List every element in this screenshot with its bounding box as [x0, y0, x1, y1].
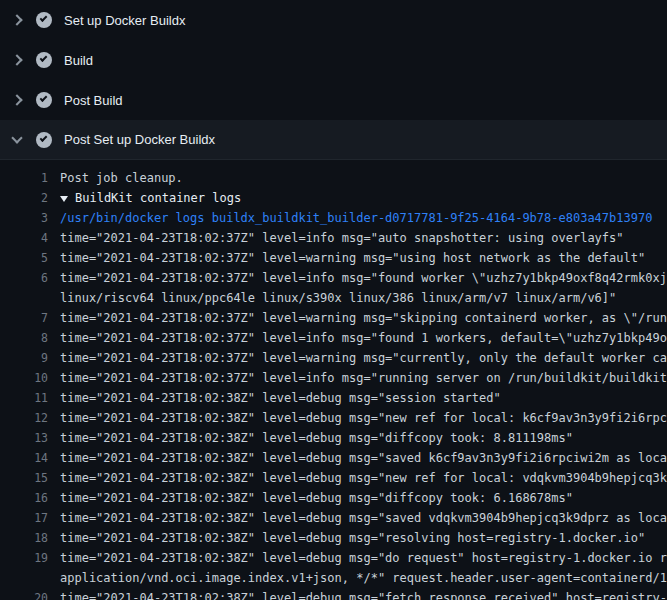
check-mark: [40, 54, 48, 62]
line-number[interactable]: 9: [0, 348, 48, 368]
log-text: time="2021-04-23T18:02:38Z" level=debug …: [60, 428, 573, 448]
line-number[interactable]: 14: [0, 448, 48, 468]
step-title: Set up Docker Buildx: [64, 13, 185, 28]
log-text: time="2021-04-23T18:02:38Z" level=debug …: [60, 528, 645, 548]
step-header-post-set-up-docker-buildx[interactable]: Post Set up Docker Buildx: [0, 120, 667, 160]
triangle-down-icon: [60, 196, 68, 202]
log-line: 14time="2021-04-23T18:02:38Z" level=debu…: [0, 448, 667, 468]
line-number[interactable]: 3: [0, 208, 48, 228]
line-number[interactable]: 15: [0, 468, 48, 488]
log-text: time="2021-04-23T18:02:38Z" level=debug …: [60, 508, 667, 528]
step-title: Build: [64, 53, 93, 68]
log-text: linux/riscv64 linux/ppc64le linux/s390x …: [60, 288, 616, 308]
log-group-text: BuildKit container logs: [60, 188, 241, 208]
log-line: 16time="2021-04-23T18:02:38Z" level=debu…: [0, 488, 667, 508]
line-number: [0, 288, 48, 308]
line-number[interactable]: 12: [0, 408, 48, 428]
log-line: 4time="2021-04-23T18:02:37Z" level=info …: [0, 228, 667, 248]
log-line: 3/usr/bin/docker logs buildx_buildkit_bu…: [0, 208, 667, 228]
steps-list: Set up Docker BuildxBuildPost BuildPost …: [0, 0, 667, 160]
log-text: time="2021-04-23T18:02:37Z" level=info m…: [60, 328, 667, 348]
log-text: Post job cleanup.: [60, 168, 183, 188]
log-text: time="2021-04-23T18:02:38Z" level=debug …: [60, 588, 667, 600]
log-line: 20time="2021-04-23T18:02:38Z" level=debu…: [0, 588, 667, 600]
log-area: 1Post job cleanup.2BuildKit container lo…: [0, 160, 667, 600]
log-text: application/vnd.oci.image.index.v1+json,…: [60, 568, 667, 588]
line-number[interactable]: 7: [0, 308, 48, 328]
log-line: 11time="2021-04-23T18:02:38Z" level=debu…: [0, 388, 667, 408]
log-text: time="2021-04-23T18:02:38Z" level=debug …: [60, 408, 667, 428]
log-text: time="2021-04-23T18:02:37Z" level=warnin…: [60, 348, 667, 368]
log-group-toggle[interactable]: 2BuildKit container logs: [0, 188, 667, 208]
log-group-label: BuildKit container logs: [75, 191, 241, 205]
step-header-build[interactable]: Build: [0, 40, 667, 80]
log-line: 6time="2021-04-23T18:02:37Z" level=info …: [0, 268, 667, 288]
line-number: [0, 568, 48, 588]
line-number[interactable]: 16: [0, 488, 48, 508]
line-number[interactable]: 5: [0, 248, 48, 268]
log-line: 5time="2021-04-23T18:02:37Z" level=warni…: [0, 248, 667, 268]
log-line: application/vnd.oci.image.index.v1+json,…: [0, 568, 667, 588]
log-text: time="2021-04-23T18:02:37Z" level=warnin…: [60, 248, 645, 268]
line-number[interactable]: 20: [0, 588, 48, 600]
success-check-icon: [36, 92, 52, 108]
check-mark: [40, 14, 48, 22]
log-text: time="2021-04-23T18:02:37Z" level=warnin…: [60, 308, 667, 328]
chevron-down-icon: [11, 132, 22, 143]
log-line: 15time="2021-04-23T18:02:38Z" level=debu…: [0, 468, 667, 488]
log-text: time="2021-04-23T18:02:38Z" level=debug …: [60, 488, 573, 508]
line-number[interactable]: 2: [0, 188, 48, 208]
chevron-right-icon: [11, 54, 22, 65]
line-number[interactable]: 1: [0, 168, 48, 188]
log-line: 18time="2021-04-23T18:02:38Z" level=debu…: [0, 528, 667, 548]
success-check-icon: [36, 12, 52, 28]
log-text: time="2021-04-23T18:02:38Z" level=debug …: [60, 448, 667, 468]
log-line: 10time="2021-04-23T18:02:37Z" level=info…: [0, 368, 667, 388]
actions-log-viewer: Set up Docker BuildxBuildPost BuildPost …: [0, 0, 667, 600]
chevron-right-icon: [11, 94, 22, 105]
log-command-text: /usr/bin/docker logs buildx_buildkit_bui…: [60, 208, 652, 228]
log-text: time="2021-04-23T18:02:38Z" level=debug …: [60, 468, 667, 488]
log-line: 9time="2021-04-23T18:02:37Z" level=warni…: [0, 348, 667, 368]
line-number[interactable]: 18: [0, 528, 48, 548]
log-line: 12time="2021-04-23T18:02:38Z" level=debu…: [0, 408, 667, 428]
chevron-right-icon: [11, 14, 22, 25]
check-mark: [40, 134, 48, 142]
step-title: Post Set up Docker Buildx: [64, 132, 215, 147]
log-line: 7time="2021-04-23T18:02:37Z" level=warni…: [0, 308, 667, 328]
log-line: 19time="2021-04-23T18:02:38Z" level=debu…: [0, 548, 667, 568]
step-title: Post Build: [64, 93, 123, 108]
log-line: 8time="2021-04-23T18:02:37Z" level=info …: [0, 328, 667, 348]
line-number[interactable]: 19: [0, 548, 48, 568]
check-mark: [40, 94, 48, 102]
log-text: time="2021-04-23T18:02:38Z" level=debug …: [60, 388, 501, 408]
log-text: time="2021-04-23T18:02:38Z" level=debug …: [60, 548, 667, 568]
log-line: 13time="2021-04-23T18:02:38Z" level=debu…: [0, 428, 667, 448]
line-number[interactable]: 4: [0, 228, 48, 248]
log-line: linux/riscv64 linux/ppc64le linux/s390x …: [0, 288, 667, 308]
log-line: 1Post job cleanup.: [0, 168, 667, 188]
success-check-icon: [36, 132, 52, 148]
line-number[interactable]: 11: [0, 388, 48, 408]
step-header-post-build[interactable]: Post Build: [0, 80, 667, 120]
log-text: time="2021-04-23T18:02:37Z" level=info m…: [60, 368, 667, 388]
line-number[interactable]: 17: [0, 508, 48, 528]
line-number[interactable]: 13: [0, 428, 48, 448]
log-line: 17time="2021-04-23T18:02:38Z" level=debu…: [0, 508, 667, 528]
line-number[interactable]: 10: [0, 368, 48, 388]
step-header-set-up-docker-buildx[interactable]: Set up Docker Buildx: [0, 0, 667, 40]
log-text: time="2021-04-23T18:02:37Z" level=info m…: [60, 228, 624, 248]
line-number[interactable]: 8: [0, 328, 48, 348]
log-text: time="2021-04-23T18:02:37Z" level=info m…: [60, 268, 667, 288]
line-number[interactable]: 6: [0, 268, 48, 288]
success-check-icon: [36, 52, 52, 68]
